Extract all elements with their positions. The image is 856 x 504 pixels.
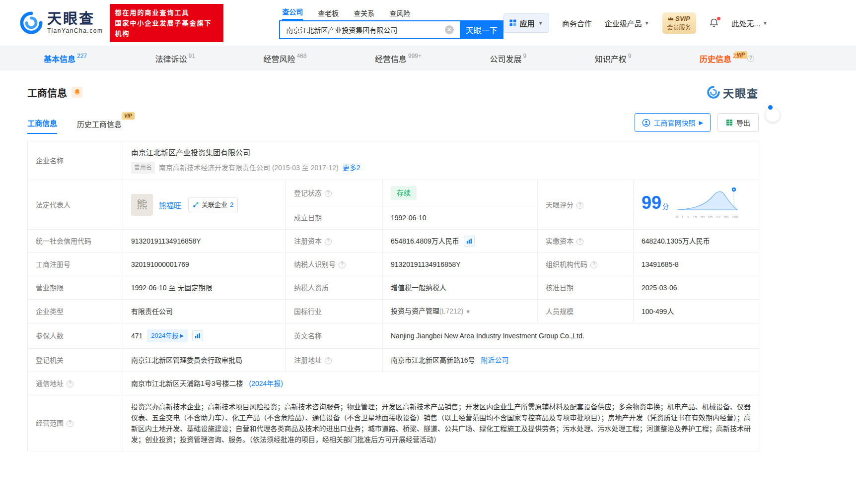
- reg-no-value: 320191000001769: [123, 253, 286, 276]
- insured-chart-icon[interactable]: [192, 330, 203, 341]
- related-label: 关联企业: [202, 199, 227, 210]
- score-value: 99分: [642, 197, 669, 212]
- logo-domain: TianYanCha.com: [47, 27, 103, 34]
- table-row: 登记机关 南京江北新区管理委员会行政审批局 注册地址? 南京市江北新区高新路16…: [28, 349, 759, 372]
- help-icon[interactable]: ?: [325, 238, 332, 245]
- search-button[interactable]: 天眼一下: [460, 20, 503, 39]
- notification-bell-icon[interactable]: [709, 18, 719, 28]
- help-icon[interactable]: ?: [67, 380, 73, 387]
- related-companies-badge[interactable]: 关联企业 2: [188, 197, 238, 212]
- search-tab-relationship[interactable]: 查关系: [354, 8, 374, 20]
- subtab-history-business-info[interactable]: 历史工商信息 VIP: [77, 119, 122, 134]
- field-label: 参保人数: [28, 323, 123, 349]
- field-label: 纳税人识别号?: [286, 253, 383, 276]
- top-header: 天眼查 TianYanCha.com 都在用的商业查询工具 国家中小企业发展子基…: [0, 0, 856, 46]
- english-name-value: Nanjing Jiangbei New Area Industry Inves…: [383, 323, 759, 349]
- nav-business-cooperation[interactable]: 商务合作: [562, 18, 592, 28]
- help-icon[interactable]: ?: [339, 261, 346, 268]
- tab-count: 91: [189, 53, 195, 60]
- promo-banner: 都在用的商业查询工具 国家中小企业发展子基金旗下机构: [110, 4, 223, 42]
- tab-label: 经营信息: [375, 53, 407, 64]
- apps-grid-icon: [509, 19, 516, 26]
- section-head: 工商信息 天眼查: [27, 84, 759, 100]
- export-button[interactable]: 导出: [717, 113, 759, 132]
- field-label: 统一社会信用代码: [28, 230, 123, 253]
- arrow-right-icon: ▶: [180, 330, 184, 341]
- apps-menu-button[interactable]: 应用 ▼: [503, 13, 549, 33]
- help-icon[interactable]: ?: [747, 55, 754, 62]
- comm-address-cell: 南京市江北新区天浦路1号3号楼二楼 (2024年报): [123, 372, 759, 395]
- comm-address-report-link[interactable]: (2024年报): [249, 379, 283, 387]
- official-snapshot-button[interactable]: 工商官网快照 ▶: [635, 113, 711, 132]
- subtab-label: 历史工商信息: [77, 120, 122, 128]
- help-icon[interactable]: ?: [576, 202, 583, 209]
- more-former-names-link[interactable]: 更多2: [343, 162, 360, 173]
- search-input[interactable]: [279, 20, 459, 39]
- annual-report-badge[interactable]: 2024年报▶: [147, 329, 188, 342]
- table-row: 统一社会信用代码 91320191134916858Y 注册资本? 654816…: [28, 230, 759, 253]
- apps-label: 应用: [520, 18, 535, 28]
- tab-label: 公司发展: [490, 53, 522, 64]
- search-tab-risk[interactable]: 查风险: [389, 8, 410, 20]
- subscribe-bell-icon[interactable]: [71, 87, 82, 98]
- tab-history-info[interactable]: VIP 历史信息 230 ?: [700, 53, 754, 64]
- field-label: 注册地址?: [286, 349, 383, 372]
- subtab-business-info[interactable]: 工商信息: [27, 118, 57, 134]
- tab-basic-info[interactable]: 基本信息 227: [44, 53, 87, 64]
- industry-code: (L7212): [439, 307, 463, 315]
- comm-address-value: 南京市江北新区天浦路1号3号楼二楼: [131, 379, 243, 387]
- field-label: 天眼评分?: [538, 180, 634, 230]
- crown-icon: [668, 16, 674, 21]
- former-name-value: 南京高新技术经济开发有限责任公司 (2015-03 至 2017-12): [159, 162, 339, 173]
- search-tab-company[interactable]: 查公司: [282, 6, 303, 20]
- legal-rep-link[interactable]: 熊福旺: [159, 201, 181, 209]
- export-label: 导出: [736, 118, 750, 127]
- subtab-row: 工商信息 历史工商信息 VIP 工商官网快照 ▶ 导出: [27, 113, 759, 134]
- industry-value: 投资与资产管理: [391, 307, 439, 315]
- legal-rep-avatar[interactable]: 熊: [131, 194, 153, 216]
- reg-status-cell: 存续: [383, 180, 538, 206]
- tab-count: 468: [296, 53, 306, 60]
- capital-chart-icon[interactable]: [464, 236, 475, 247]
- field-label: 纳税人资质: [286, 276, 383, 300]
- table-row: 法定代表人 熊 熊福旺 关联企业: [28, 180, 759, 206]
- vip-badge: VIP: [122, 112, 135, 120]
- score-distribution-chart[interactable]: 0131550859799100: [676, 187, 738, 223]
- floating-dot: [768, 105, 773, 110]
- field-label: 成立日期: [286, 206, 383, 230]
- clear-search-icon[interactable]: ✕: [445, 25, 454, 34]
- tab-operating-info[interactable]: 经营信息 999+: [375, 53, 422, 64]
- search-tab-boss[interactable]: 查老板: [318, 8, 339, 20]
- former-name-badge: 曾用名: [131, 162, 155, 174]
- tab-label: 法律诉讼: [155, 53, 187, 64]
- help-icon[interactable]: ?: [67, 420, 73, 427]
- tab-count: 9: [523, 53, 527, 60]
- company-name-value: 南京江北新区产业投资集团有限公司: [131, 147, 751, 158]
- help-icon[interactable]: ?: [576, 238, 583, 245]
- reg-address-cell: 南京市江北新区高新路16号 附近公司: [383, 349, 759, 372]
- nearby-companies-link[interactable]: 附近公司: [481, 356, 508, 364]
- arrow-right-icon: ▶: [699, 120, 703, 126]
- company-name-cell: 南京江北新区产业投资集团有限公司 曾用名 南京高新技术经济开发有限责任公司 (2…: [123, 141, 759, 180]
- nav-enterprise-products[interactable]: 企业级产品 ▼: [605, 18, 649, 28]
- table-row: 企业类型 有限责任公司 国标行业 投资与资产管理(L7212)▼ 人员规模 10…: [28, 300, 759, 323]
- help-icon[interactable]: ?: [590, 261, 597, 268]
- staff-size-value: 100-499人: [634, 300, 759, 323]
- field-label: 核准日期: [538, 276, 634, 300]
- tab-intellectual-property[interactable]: 知识产权 9: [595, 53, 632, 64]
- enterprise-label: 企业级产品: [605, 18, 642, 28]
- help-icon[interactable]: ?: [325, 190, 332, 197]
- table-row: 工商注册号 320191000001769 纳税人识别号? 9132019113…: [28, 253, 759, 276]
- tab-count: 227: [77, 53, 87, 60]
- svip-membership-button[interactable]: SVIP 会员服务: [662, 12, 696, 34]
- tab-company-development[interactable]: 公司发展 9: [490, 53, 527, 64]
- tab-legal-proceedings[interactable]: 法律诉讼 91: [155, 53, 195, 64]
- user-menu[interactable]: 此处无... ▼: [732, 18, 768, 28]
- related-graph-icon: [193, 201, 199, 208]
- floating-sidebar-toggle[interactable]: [766, 108, 780, 122]
- industry-expand-icon[interactable]: ▼: [465, 309, 471, 315]
- tab-operating-risk[interactable]: 经营风险 468: [263, 53, 306, 64]
- field-label: 企业类型: [28, 300, 123, 323]
- tianyancha-logo[interactable]: 天眼查 TianYanCha.com: [20, 11, 103, 34]
- help-icon[interactable]: ?: [325, 357, 332, 364]
